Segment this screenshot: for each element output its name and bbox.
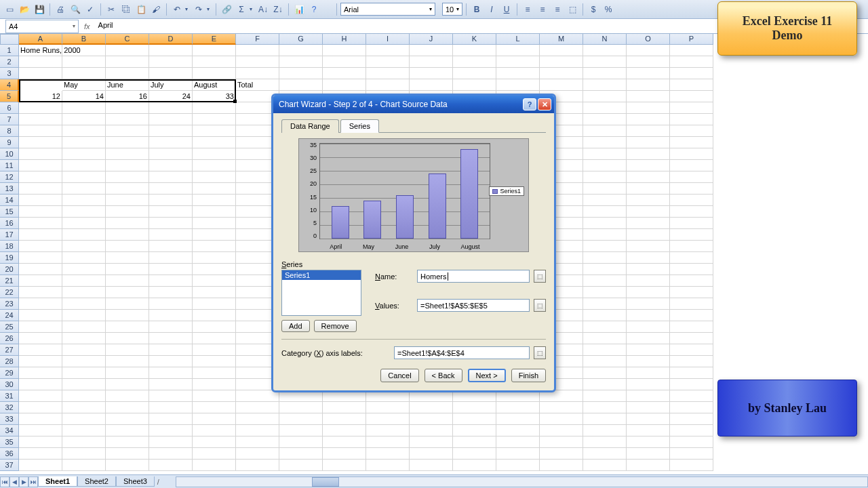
cell[interactable] <box>62 68 106 79</box>
cell[interactable] <box>62 229 106 241</box>
col-header[interactable]: O <box>627 34 670 45</box>
values-input[interactable]: =Sheet1!$A$5:$E$5 <box>417 299 530 312</box>
row-header[interactable]: 25 <box>0 321 19 333</box>
cell[interactable] <box>106 114 149 125</box>
tab-series[interactable]: Series <box>340 119 379 133</box>
cell[interactable] <box>62 425 106 436</box>
cell[interactable] <box>62 402 106 413</box>
cell[interactable] <box>149 402 193 413</box>
cell[interactable] <box>366 413 410 425</box>
cell[interactable] <box>149 356 193 367</box>
cell[interactable] <box>149 252 193 264</box>
cell[interactable] <box>149 114 193 125</box>
italic-button[interactable]: I <box>485 3 498 16</box>
cell[interactable] <box>193 333 236 344</box>
cell[interactable] <box>453 436 496 448</box>
cell[interactable]: Total <box>236 79 279 91</box>
cell[interactable] <box>540 402 583 413</box>
cell[interactable] <box>193 45 236 56</box>
cell[interactable] <box>193 425 236 436</box>
cell[interactable] <box>583 148 627 160</box>
cell[interactable]: August <box>193 79 236 91</box>
cell[interactable] <box>627 160 670 171</box>
cell[interactable] <box>19 344 62 356</box>
cell[interactable] <box>583 287 627 298</box>
cell[interactable] <box>193 68 236 79</box>
cell[interactable] <box>453 413 496 425</box>
cell[interactable] <box>670 56 713 68</box>
cell[interactable] <box>583 379 627 390</box>
cell[interactable] <box>19 125 62 137</box>
cell[interactable] <box>627 229 670 241</box>
cell[interactable] <box>193 252 236 264</box>
format-painter-icon[interactable]: 🖌 <box>149 3 163 16</box>
cell[interactable] <box>366 448 410 460</box>
cell[interactable] <box>279 45 323 56</box>
col-header[interactable]: P <box>670 34 713 45</box>
cell[interactable] <box>279 460 323 471</box>
cell[interactable] <box>410 413 453 425</box>
undo-icon[interactable]: ↶ <box>170 3 184 16</box>
cell[interactable]: 12 <box>19 91 62 102</box>
cell[interactable] <box>236 56 279 68</box>
cell[interactable] <box>583 333 627 344</box>
cell[interactable] <box>670 321 713 333</box>
cell[interactable] <box>19 229 62 241</box>
cell[interactable] <box>236 413 279 425</box>
cell[interactable] <box>583 275 627 287</box>
cell[interactable] <box>106 321 149 333</box>
cell[interactable] <box>583 137 627 148</box>
row-header[interactable]: 13 <box>0 183 19 195</box>
cell[interactable] <box>19 287 62 298</box>
cell[interactable] <box>106 183 149 195</box>
cell[interactable] <box>62 379 106 390</box>
cell[interactable] <box>149 68 193 79</box>
cell[interactable]: July <box>149 79 193 91</box>
row-header[interactable]: 31 <box>0 390 19 402</box>
cell[interactable] <box>19 206 62 218</box>
cell[interactable] <box>583 102 627 114</box>
cell[interactable] <box>627 68 670 79</box>
help-icon[interactable]: ? <box>307 3 321 16</box>
cell[interactable] <box>583 79 627 91</box>
cell[interactable] <box>62 241 106 252</box>
cell[interactable] <box>149 379 193 390</box>
cell[interactable] <box>62 448 106 460</box>
col-header[interactable]: B <box>62 34 106 45</box>
cell[interactable] <box>62 218 106 229</box>
cell[interactable] <box>627 310 670 321</box>
cell[interactable] <box>193 195 236 206</box>
cell[interactable] <box>670 171 713 183</box>
remove-button[interactable]: Remove <box>314 320 357 332</box>
cell[interactable] <box>583 195 627 206</box>
cell[interactable] <box>670 310 713 321</box>
sheet-tab-1[interactable]: Sheet1 <box>38 476 77 487</box>
row-header[interactable]: 1 <box>0 45 19 56</box>
cell[interactable] <box>670 148 713 160</box>
cell[interactable] <box>583 264 627 275</box>
cell[interactable] <box>496 68 540 79</box>
cell[interactable] <box>627 264 670 275</box>
spellcheck-icon[interactable]: ✓ <box>83 3 97 16</box>
cell[interactable] <box>149 310 193 321</box>
cell[interactable] <box>627 390 670 402</box>
cell[interactable] <box>410 79 453 91</box>
cell[interactable] <box>193 218 236 229</box>
cell[interactable] <box>627 287 670 298</box>
cell[interactable] <box>62 264 106 275</box>
cell[interactable] <box>19 264 62 275</box>
cell[interactable] <box>670 160 713 171</box>
last-sheet-button[interactable]: ⏭ <box>28 476 38 487</box>
cell[interactable] <box>106 148 149 160</box>
cell[interactable] <box>106 125 149 137</box>
cell[interactable] <box>496 45 540 56</box>
cell[interactable] <box>193 241 236 252</box>
cell[interactable] <box>149 183 193 195</box>
category-input[interactable]: =Sheet1!$A$4:$E$4 <box>394 346 530 359</box>
cell[interactable] <box>236 448 279 460</box>
cell[interactable] <box>627 125 670 137</box>
cell[interactable] <box>583 321 627 333</box>
series-item[interactable]: Series1 <box>282 270 361 280</box>
cell[interactable] <box>19 321 62 333</box>
cell[interactable] <box>19 390 62 402</box>
